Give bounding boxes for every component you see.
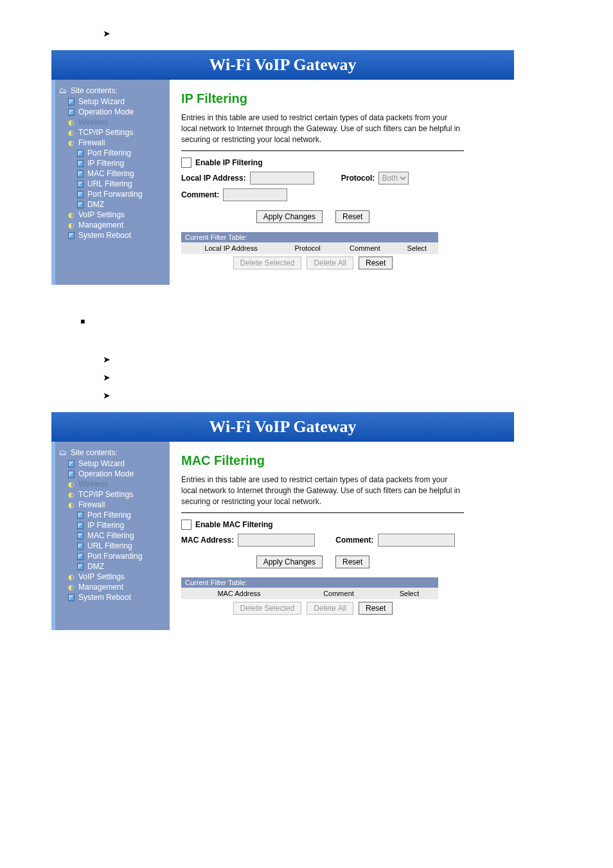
sidebar-item-ip-filtering[interactable]: IP Filtering	[59, 520, 167, 530]
mac-address-input[interactable]	[238, 534, 315, 547]
sidebar-item-voip[interactable]: ◐VoIP Settings	[59, 572, 167, 582]
sidebar: 🗂 Site contents: Setup Wizard Operation …	[55, 442, 170, 630]
sidebar-item-firewall[interactable]: ◐Firewall	[59, 138, 167, 148]
col-comment: Comment	[334, 242, 396, 254]
delete-selected-button[interactable]: Delete Selected	[233, 602, 302, 615]
page-icon	[77, 563, 84, 570]
reset-table-button[interactable]: Reset	[359, 602, 393, 615]
sidebar-item-voip[interactable]: ◐VoIP Settings	[59, 210, 167, 220]
sidebar-item-setup-wizard[interactable]: Setup Wizard	[59, 96, 167, 107]
sidebar-item-management[interactable]: ◐Management	[59, 220, 167, 230]
sidebar-item-system-reboot[interactable]: System Reboot	[59, 592, 167, 602]
enable-ip-filtering-checkbox[interactable]	[181, 158, 191, 168]
panel-ip-filtering: Wi-Fi VoIP Gateway 🗂 Site contents: Setu…	[51, 50, 514, 285]
sidebar-list: Setup Wizard Operation Mode ◐Wireless ◐T…	[59, 96, 167, 240]
sidebar-item-mac-filtering[interactable]: MAC Filtering	[59, 530, 167, 541]
page-icon	[77, 512, 84, 518]
reset-table-button[interactable]: Reset	[359, 257, 393, 269]
page-icon	[77, 522, 84, 529]
delete-selected-button[interactable]: Delete Selected	[233, 257, 302, 269]
folder-icon: ◐	[68, 129, 75, 136]
delete-all-button[interactable]: Delete All	[306, 602, 353, 615]
page-icon	[68, 460, 75, 467]
page-icon	[68, 109, 75, 115]
page-icon	[68, 471, 75, 477]
page-bullet-arrow: ➤	[0, 370, 613, 388]
sidebar: 🗂 Site contents: Setup Wizard Operation …	[55, 80, 170, 285]
local-ip-label: Local IP Address:	[181, 174, 246, 183]
apply-changes-button[interactable]: Apply Changes	[256, 210, 323, 223]
page-icon	[77, 181, 84, 187]
col-select: Select	[396, 242, 438, 254]
sidebar-item-wireless[interactable]: ◐Wireless	[59, 479, 167, 489]
folder-icon: ◐	[68, 502, 75, 508]
sidebar-item-ip-filtering[interactable]: IP Filtering	[59, 158, 167, 168]
sidebar-item-operation-mode[interactable]: Operation Mode	[59, 107, 167, 117]
sidebar-root-label: Site contents:	[71, 448, 118, 457]
sidebar-item-dmz[interactable]: DMZ	[59, 199, 167, 210]
tree-root-icon: 🗂	[59, 86, 67, 95]
page-description: Entries in this table are used to restri…	[181, 113, 464, 145]
sidebar-item-mac-filtering[interactable]: MAC Filtering	[59, 168, 167, 179]
divider	[181, 512, 464, 513]
sidebar-item-wireless[interactable]: ◐Wireless	[59, 117, 167, 127]
apply-changes-button[interactable]: Apply Changes	[256, 556, 323, 568]
sidebar-item-url-filtering[interactable]: URL Filtering	[59, 179, 167, 189]
page-title: MAC Filtering	[181, 453, 501, 468]
reset-button[interactable]: Reset	[335, 210, 369, 223]
page-icon	[77, 160, 84, 167]
sidebar-item-port-filtering[interactable]: Port Filtering	[59, 148, 167, 158]
sidebar-item-setup-wizard[interactable]: Setup Wizard	[59, 458, 167, 469]
sidebar-item-operation-mode[interactable]: Operation Mode	[59, 469, 167, 479]
sidebar-item-url-filtering[interactable]: URL Filtering	[59, 541, 167, 551]
page-icon	[77, 191, 84, 197]
protocol-label: Protocol:	[341, 174, 375, 183]
divider	[181, 150, 464, 151]
banner-title: Wi-Fi VoIP Gateway	[51, 412, 514, 442]
sidebar-item-tcpip[interactable]: ◐TCP/IP Settings	[59, 127, 167, 138]
banner-title: Wi-Fi VoIP Gateway	[51, 50, 514, 80]
sidebar-item-port-forwarding[interactable]: Port Forwarding	[59, 189, 167, 199]
reset-button[interactable]: Reset	[335, 556, 369, 568]
content-area: IP Filtering Entries in this table are u…	[170, 80, 514, 285]
page-icon	[68, 98, 75, 105]
enable-mac-filtering-label: Enable MAC Filtering	[195, 520, 273, 529]
sidebar-root-label: Site contents:	[71, 86, 118, 95]
panel-mac-filtering: Wi-Fi VoIP Gateway 🗂 Site contents: Setu…	[51, 412, 514, 630]
content-area: MAC Filtering Entries in this table are …	[170, 442, 514, 630]
mac-address-label: MAC Address:	[181, 536, 234, 545]
comment-label: Comment:	[335, 536, 373, 545]
page-icon	[77, 532, 84, 539]
table-title: Current Filter Table:	[181, 577, 438, 588]
sidebar-item-port-forwarding[interactable]: Port Forwarding	[59, 551, 167, 561]
delete-all-button[interactable]: Delete All	[306, 257, 353, 269]
sidebar-item-firewall[interactable]: ◐Firewall	[59, 500, 167, 510]
protocol-select[interactable]: Both	[378, 172, 409, 185]
tree-root-icon: 🗂	[59, 448, 67, 457]
comment-label: Comment:	[181, 190, 219, 199]
page-icon	[77, 543, 84, 549]
sidebar-root: 🗂 Site contents:	[59, 86, 167, 95]
comment-input[interactable]	[378, 534, 455, 547]
comment-input[interactable]	[223, 188, 287, 201]
folder-icon: ◐	[68, 140, 75, 146]
local-ip-input[interactable]	[250, 172, 314, 185]
sidebar-item-management[interactable]: ◐Management	[59, 582, 167, 592]
sidebar-item-dmz[interactable]: DMZ	[59, 561, 167, 572]
page-bullet-arrow: ➤	[0, 26, 613, 44]
folder-icon: ◐	[68, 491, 75, 498]
folder-icon: ◐	[68, 212, 75, 218]
page-bullet-arrow: ➤	[0, 352, 613, 370]
enable-mac-filtering-checkbox[interactable]	[181, 520, 191, 530]
sidebar-item-system-reboot[interactable]: System Reboot	[59, 230, 167, 240]
folder-icon: ◐	[68, 222, 75, 228]
sidebar-list: Setup Wizard Operation Mode ◐Wireless ◐T…	[59, 458, 167, 602]
page-icon	[77, 201, 84, 208]
folder-icon: ◐	[68, 584, 75, 590]
sidebar-item-tcpip[interactable]: ◐TCP/IP Settings	[59, 489, 167, 500]
page-icon	[68, 594, 75, 601]
page-icon	[77, 553, 84, 559]
sidebar-item-port-filtering[interactable]: Port Filtering	[59, 510, 167, 520]
page-title: IP Filtering	[181, 91, 501, 106]
page-icon	[68, 232, 75, 239]
